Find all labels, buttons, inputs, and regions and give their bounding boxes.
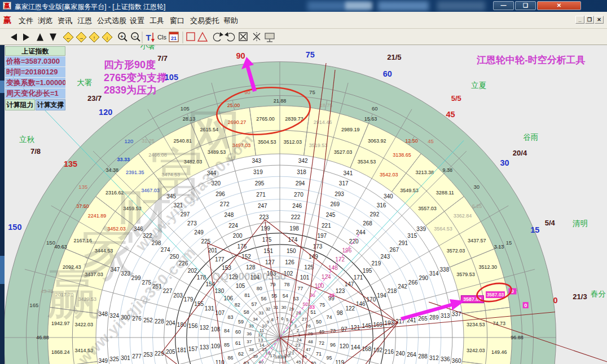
svg-text:84: 84 xyxy=(224,328,230,334)
svg-text:149.46: 149.46 xyxy=(491,349,507,355)
svg-text:293: 293 xyxy=(335,191,344,197)
svg-text:3288.11: 3288.11 xyxy=(436,190,454,196)
svg-text:157: 157 xyxy=(188,346,198,352)
svg-text:264: 264 xyxy=(407,352,416,358)
svg-text:228: 228 xyxy=(155,318,164,325)
svg-text:156: 156 xyxy=(188,323,198,329)
svg-text:86: 86 xyxy=(227,355,233,361)
svg-text:立夏: 立夏 xyxy=(471,81,487,90)
svg-text:181: 181 xyxy=(177,347,187,353)
svg-text:205: 205 xyxy=(166,349,175,355)
svg-text:56: 56 xyxy=(261,296,266,301)
svg-text:337: 337 xyxy=(452,311,461,317)
svg-text:242: 242 xyxy=(398,283,407,290)
svg-text:325: 325 xyxy=(109,356,119,362)
svg-text:245: 245 xyxy=(326,212,336,218)
svg-text:3557.03: 3557.03 xyxy=(418,206,437,211)
svg-text:3527.03: 3527.03 xyxy=(334,149,353,155)
svg-text:85: 85 xyxy=(224,342,230,348)
svg-text:179: 179 xyxy=(184,296,193,303)
svg-text:江恩轮中轮-时空分析工具: 江恩轮中轮-时空分析工具 xyxy=(476,54,586,65)
svg-text:2839为压力: 2839为压力 xyxy=(104,85,157,96)
svg-text:248: 248 xyxy=(225,212,234,218)
svg-text:105: 105 xyxy=(236,283,245,289)
svg-text:224: 224 xyxy=(228,223,238,229)
svg-text:1868.24: 1868.24 xyxy=(51,349,70,355)
svg-text:38: 38 xyxy=(249,347,254,352)
svg-text:3512.30: 3512.30 xyxy=(479,264,498,270)
svg-text:35: 35 xyxy=(249,323,254,329)
svg-text:349: 349 xyxy=(98,358,108,364)
svg-text:QQ:100800360: QQ:100800360 xyxy=(212,270,286,282)
svg-text:2839.73: 2839.73 xyxy=(285,116,304,122)
svg-text:120: 120 xyxy=(99,108,112,117)
svg-text:195: 195 xyxy=(363,268,372,274)
svg-text:216: 216 xyxy=(384,349,394,355)
svg-text:291: 291 xyxy=(398,240,408,246)
svg-text:78: 78 xyxy=(284,282,289,287)
svg-text:34: 34 xyxy=(253,317,258,322)
svg-text:+: + xyxy=(120,34,123,39)
svg-text:↑: ↑ xyxy=(93,35,96,41)
svg-text:81: 81 xyxy=(244,292,250,298)
svg-text:0: 0 xyxy=(524,303,527,308)
svg-text:18.75: 18.75 xyxy=(320,103,333,108)
svg-text:75: 75 xyxy=(319,302,325,308)
svg-text:123: 123 xyxy=(336,288,345,294)
svg-text:3519.53: 3519.53 xyxy=(309,143,328,148)
svg-text:240: 240 xyxy=(395,350,405,357)
svg-text:269: 269 xyxy=(330,201,340,207)
svg-text:360: 360 xyxy=(452,358,461,364)
svg-text:48: 48 xyxy=(308,339,313,344)
svg-text:319: 319 xyxy=(253,169,263,175)
svg-text:295: 295 xyxy=(255,180,265,187)
svg-text:316: 316 xyxy=(377,202,386,208)
svg-text:51: 51 xyxy=(310,309,316,315)
svg-text:314: 314 xyxy=(429,270,439,277)
svg-text:268: 268 xyxy=(363,220,372,227)
svg-text:313: 313 xyxy=(441,313,450,319)
svg-text:244: 244 xyxy=(356,229,366,236)
svg-text:谷雨: 谷雨 xyxy=(523,133,538,141)
svg-text:3213.38: 3213.38 xyxy=(416,170,434,175)
svg-text:274: 274 xyxy=(161,247,170,253)
svg-text:Cls: Cls xyxy=(157,34,166,41)
svg-text:33: 33 xyxy=(258,310,263,316)
svg-text:135: 135 xyxy=(78,184,87,190)
svg-text:218: 218 xyxy=(388,288,397,294)
svg-text:253: 253 xyxy=(143,352,153,358)
svg-text:15.63: 15.63 xyxy=(364,116,377,122)
svg-text:221: 221 xyxy=(322,223,331,229)
svg-text:37: 37 xyxy=(247,339,252,344)
svg-text:2241.89: 2241.89 xyxy=(88,213,107,219)
svg-text:3138.65: 3138.65 xyxy=(393,152,411,158)
svg-text:106: 106 xyxy=(223,295,233,301)
svg-text:98: 98 xyxy=(337,310,344,316)
svg-text:→: → xyxy=(79,35,84,41)
svg-text:57: 57 xyxy=(251,301,257,307)
svg-text:29: 29 xyxy=(289,307,294,312)
svg-text:109: 109 xyxy=(211,343,221,349)
svg-text:61: 61 xyxy=(235,340,241,346)
svg-text:6: 6 xyxy=(281,316,284,321)
svg-text:202: 202 xyxy=(188,268,197,274)
svg-text:5/4: 5/4 xyxy=(545,219,556,227)
svg-text:96.88: 96.88 xyxy=(511,335,524,340)
svg-text:144: 144 xyxy=(351,344,360,350)
svg-text:20/4: 20/4 xyxy=(513,149,527,157)
svg-text:23/7: 23/7 xyxy=(87,94,102,103)
svg-text:30: 30 xyxy=(473,184,480,190)
svg-text:3362.84: 3362.84 xyxy=(454,213,472,219)
svg-text:292: 292 xyxy=(370,211,380,217)
svg-text:37.50: 37.50 xyxy=(76,203,89,209)
svg-text:21: 21 xyxy=(171,35,177,41)
svg-text:74.73: 74.73 xyxy=(492,321,505,326)
svg-text:34.38: 34.38 xyxy=(105,167,118,173)
svg-text:120: 120 xyxy=(340,343,349,349)
svg-text:3437.57: 3437.57 xyxy=(468,238,486,243)
svg-text:四方形90度: 四方形90度 xyxy=(104,59,156,70)
svg-text:40: 40 xyxy=(258,359,263,364)
svg-text:290: 290 xyxy=(419,275,428,281)
svg-text:2765变为支撑: 2765变为支撑 xyxy=(104,72,167,83)
svg-text:清明: 清明 xyxy=(573,219,588,228)
